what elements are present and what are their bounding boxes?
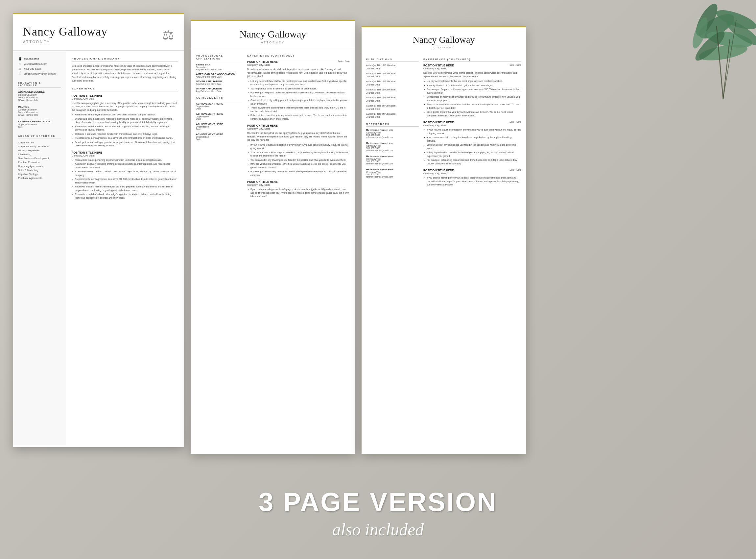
page2-left: PROFESSIONAL AFFILIATIONS STATE BAR Comm… [196, 54, 242, 199]
achievements-title: ACHIEVEMENTS [196, 96, 242, 100]
page1-sidebar: 📱 555.555.5555 ✉ youremail@mail.com ⌂ Yo… [13, 51, 66, 445]
page3-right: EXPERIENCE (continued) POSITION TITLE HE… [423, 58, 521, 187]
ref-3: Reference Name Here Company/Firm 555.555… [366, 155, 419, 165]
phone-icon: 📱 [18, 57, 22, 61]
page1-name: Nancy Galloway [23, 25, 108, 39]
exp-cont-title-2: EXPERIENCE (continued) [247, 54, 350, 58]
page2-title: ATTORNEY [199, 41, 347, 44]
experience-title: EXPERIENCE [72, 87, 178, 91]
bottom-main-text: 3 PAGE VERSION [0, 487, 756, 517]
expertise-title: AREAS OF EXPERTISE [18, 135, 61, 138]
ref-2: Reference Name Here Company/Firm 555.555… [366, 142, 419, 152]
email-item: ✉ youremail@mail.com [18, 62, 61, 65]
scales-icon: ⚖ [162, 27, 174, 43]
address-item: ⌂ Your City, State [18, 67, 61, 70]
page1-body: 📱 555.555.5555 ✉ youremail@mail.com ⌂ Yo… [13, 51, 184, 445]
exp-cont-title-3: EXPERIENCE (continued) [423, 58, 521, 62]
edu-block-2: DEGREE College/University Date of Gradua… [18, 105, 61, 116]
page2-body: PROFESSIONAL AFFILIATIONS STATE BAR Comm… [191, 49, 355, 204]
page1-header: Nancy Galloway ATTORNEY ⚖ [13, 14, 184, 51]
bottom-text-block: 3 PAGE VERSION also included [0, 487, 756, 539]
references-title: REFERENCES [366, 122, 419, 127]
resume-page-1: Nancy Galloway ATTORNEY ⚖ 📱 555.555.5555… [13, 13, 184, 447]
ref-1: Reference Name Here Company/Firm 555.555… [366, 129, 419, 138]
achievement-3: ACHIEVEMENT HERE Organization Date [196, 122, 242, 130]
page2-name: Nancy Galloway [199, 29, 347, 40]
page2-header: Nancy Galloway ATTORNEY [191, 21, 355, 49]
job-2: POSITION TITLE HERE Company, City, State… [72, 151, 178, 200]
job-1: POSITION TITLE HERE Company, City, State… [72, 94, 178, 148]
edu-block-3: LICENSE/CERTIFICATION Organization/State… [18, 120, 61, 128]
publications-title: PUBLICATIONS [366, 58, 419, 62]
linkedin-item: in Linkedin.com/in/yourfirst-lastname [18, 72, 61, 75]
achievement-1: ACHIEVEMENT HERE Organization Date [196, 102, 242, 110]
achievement-4: ACHIEVEMENT HERE Organization Date [196, 133, 242, 140]
page2-right: EXPERIENCE (continued) POSITION TITLE HE… [247, 54, 350, 199]
resume-page-3: Nancy Galloway ATTORNEY PUBLICATIONS Aut… [362, 26, 526, 454]
p3-job-2: POSITION TITLE HERE Date - Date Company,… [423, 121, 521, 165]
contact-section: 📱 555.555.5555 ✉ youremail@mail.com ⌂ Yo… [18, 57, 61, 75]
edu-block-1: ADVANCED DEGREE College/University Date … [18, 90, 61, 101]
summary-title: PROFESSIONAL SUMMARY [72, 57, 178, 62]
page1-main: PROFESSIONAL SUMMARY Dedicated and dilig… [66, 51, 184, 445]
p3-job-1: POSITION TITLE HERE Date - Date Company,… [423, 64, 521, 117]
expertise-section: AREAS OF EXPERTISE Corporate Law Corpora… [18, 135, 61, 180]
page3-name: Nancy Galloway [369, 35, 519, 45]
email-icon: ✉ [18, 62, 22, 65]
affiliations-title: PROFESSIONAL AFFILIATIONS [196, 54, 242, 61]
page3-title: ATTORNEY [369, 46, 519, 49]
p2-job-2: POSITION TITLE HERE Company, City, State… [247, 124, 350, 177]
page1-title: ATTORNEY [23, 40, 108, 44]
bottom-sub-text: also included [0, 520, 756, 539]
summary-text: Dedicated and diligent legal professiona… [72, 64, 178, 83]
home-icon: ⌂ [18, 67, 22, 70]
page3-body: PUBLICATIONS Author(s). Title of Publica… [362, 53, 526, 192]
achievement-2: ACHIEVEMENT HERE Organization Date [196, 112, 242, 120]
pages-container: Nancy Galloway ATTORNEY ⚖ 📱 555.555.5555… [13, 13, 743, 487]
page1-name-block: Nancy Galloway ATTORNEY [23, 25, 108, 44]
linkedin-icon: in [18, 72, 22, 75]
phone-item: 📱 555.555.5555 [18, 57, 61, 61]
page3-header: Nancy Galloway ATTORNEY [362, 27, 526, 53]
resume-page-2: Nancy Galloway ATTORNEY PROFESSIONAL AFF… [191, 20, 355, 454]
ref-4: Reference Name Here Company/Firm 555.555… [366, 168, 419, 178]
page3-left: PUBLICATIONS Author(s). Title of Publica… [366, 58, 419, 187]
p3-job-3: POSITION TITLE HERE Date - Date Company,… [423, 169, 521, 187]
p2-job-3: POSITION TITLE HERE Company, City, State… [247, 180, 350, 198]
education-title: EDUCATION & LICENSURE [18, 82, 61, 88]
education-section: EDUCATION & LICENSURE ADVANCED DEGREE Co… [18, 82, 61, 128]
p2-job-1: POSITION TITLE HERE Date - Date Company,… [247, 60, 350, 121]
